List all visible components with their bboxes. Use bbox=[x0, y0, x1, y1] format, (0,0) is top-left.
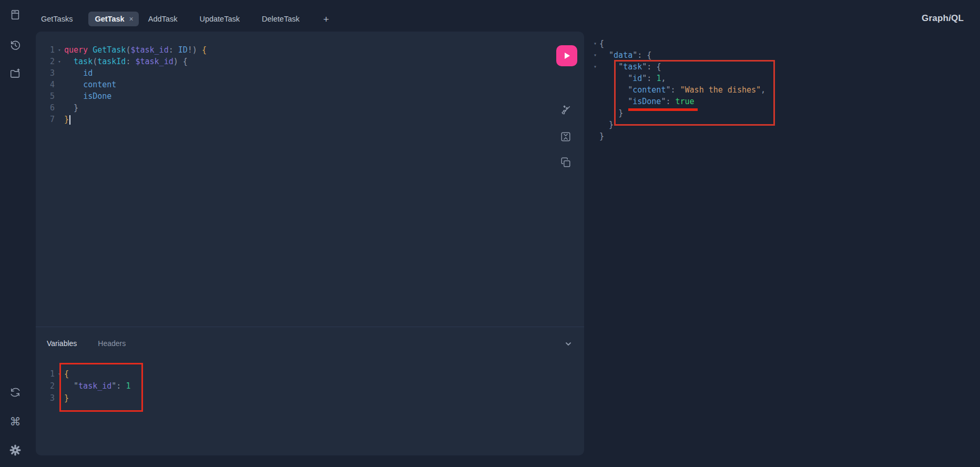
editor-tools-bar: Variables Headers bbox=[36, 327, 584, 353]
fold-arrow-icon[interactable]: ▾ bbox=[55, 56, 64, 67]
tab-deletetask[interactable]: DeleteTask bbox=[262, 15, 300, 23]
fold-spacer bbox=[591, 107, 599, 119]
line-number: 5 bbox=[40, 90, 55, 102]
code-text: query GetTask($task_id: ID!) { bbox=[64, 44, 207, 56]
code-text: "id": 1, bbox=[599, 73, 666, 84]
code-line: 6 } bbox=[40, 102, 207, 114]
fold-arrow-icon[interactable]: ▾ bbox=[55, 44, 64, 56]
code-text: content bbox=[64, 79, 116, 90]
fold-spacer bbox=[591, 84, 599, 96]
code-text: "task_id": 1 bbox=[64, 380, 130, 392]
copy-query-icon[interactable] bbox=[559, 156, 572, 169]
code-line: 3 id bbox=[40, 67, 207, 79]
code-line: 1▾query GetTask($task_id: ID!) { bbox=[40, 44, 207, 56]
sidebar: ⌘ bbox=[0, 0, 30, 467]
code-text: isDone bbox=[64, 90, 111, 102]
command-glyph: ⌘ bbox=[10, 416, 21, 427]
code-text: { bbox=[64, 368, 69, 380]
code-text: "content": "Wash the dishes", bbox=[599, 84, 765, 96]
shortcut-keys-icon[interactable]: ⌘ bbox=[9, 415, 22, 428]
session-tabs: GetTasks GetTask × AddTask UpdateTask De… bbox=[41, 12, 329, 26]
chevron-down-icon[interactable] bbox=[564, 340, 573, 350]
code-text: "task": { bbox=[599, 61, 661, 73]
code-line: 1▾{ bbox=[40, 368, 130, 380]
code-text: } bbox=[599, 107, 623, 119]
line-number: 6 bbox=[40, 102, 55, 114]
tab-gettasks[interactable]: GetTasks bbox=[41, 15, 73, 23]
fold-spacer bbox=[591, 119, 599, 130]
fold-spacer bbox=[55, 79, 64, 90]
code-line: 2 "task_id": 1 bbox=[40, 380, 130, 392]
open-collection-icon[interactable] bbox=[9, 67, 22, 80]
code-text: { bbox=[599, 38, 604, 49]
code-text: "isDone": true bbox=[599, 96, 695, 107]
query-editor[interactable]: 1▾query GetTask($task_id: ID!) {2▾ task(… bbox=[40, 44, 207, 125]
prettify-icon[interactable] bbox=[559, 104, 572, 117]
variables-editor[interactable]: 1▾{2 "task_id": 13} bbox=[40, 368, 130, 404]
response-viewer[interactable]: ▾{▾ "data": {▾ "task": { "id": 1, "conte… bbox=[591, 38, 765, 142]
code-line: 4 content bbox=[40, 79, 207, 90]
code-text: } bbox=[599, 130, 604, 142]
tab-bar: GetTasks GetTask × AddTask UpdateTask De… bbox=[30, 0, 980, 32]
code-line: "content": "Wash the dishes", bbox=[591, 84, 765, 96]
fold-spacer bbox=[55, 380, 64, 392]
code-line: } bbox=[591, 130, 765, 142]
fold-spacer bbox=[55, 392, 64, 404]
refetch-schema-icon[interactable] bbox=[9, 386, 22, 399]
tab-gettask-active[interactable]: GetTask × bbox=[88, 12, 138, 26]
text-cursor bbox=[69, 115, 70, 125]
code-text: } bbox=[64, 392, 69, 404]
graphiql-logo: GraphiQL bbox=[922, 13, 964, 24]
add-tab-button[interactable]: + bbox=[323, 14, 329, 24]
code-line: } bbox=[591, 107, 765, 119]
tab-label: GetTask bbox=[95, 15, 124, 23]
code-text: } bbox=[599, 119, 614, 130]
fold-arrow-icon[interactable]: ▾ bbox=[591, 38, 599, 49]
response-panel: ▾{▾ "data": {▾ "task": { "id": 1, "conte… bbox=[588, 32, 980, 455]
code-text: "data": { bbox=[599, 49, 651, 61]
code-text: id bbox=[64, 67, 93, 79]
line-number: 2 bbox=[40, 56, 55, 67]
code-text: } bbox=[64, 102, 78, 114]
graphiql-app: ⌘ GetTasks GetTask × AddTask bbox=[0, 0, 980, 467]
execute-button[interactable] bbox=[556, 45, 577, 66]
code-text: } bbox=[64, 114, 70, 125]
code-line: 2▾ task(taskId: $task_id) { bbox=[40, 56, 207, 67]
line-number: 1 bbox=[40, 44, 55, 56]
code-line: } bbox=[591, 119, 765, 130]
fold-spacer bbox=[55, 67, 64, 79]
tab-variables[interactable]: Variables bbox=[47, 339, 77, 348]
merge-fragments-icon[interactable] bbox=[559, 130, 572, 143]
tab-headers[interactable]: Headers bbox=[98, 339, 126, 348]
play-icon bbox=[563, 52, 571, 60]
settings-icon[interactable] bbox=[9, 444, 22, 456]
code-line: 7} bbox=[40, 114, 207, 125]
docs-icon[interactable] bbox=[9, 8, 22, 21]
history-icon[interactable] bbox=[9, 39, 22, 52]
code-line: "id": 1, bbox=[591, 73, 765, 84]
code-text: task(taskId: $task_id) { bbox=[64, 56, 188, 67]
fold-spacer bbox=[55, 114, 64, 125]
line-number: 3 bbox=[40, 67, 55, 79]
line-number: 7 bbox=[40, 114, 55, 125]
line-number: 1 bbox=[40, 368, 55, 380]
tab-close-icon[interactable]: × bbox=[129, 15, 134, 23]
fold-spacer bbox=[591, 73, 599, 84]
code-line: 3} bbox=[40, 392, 130, 404]
code-line: ▾ "data": { bbox=[591, 49, 765, 61]
tab-updatetask[interactable]: UpdateTask bbox=[199, 15, 240, 23]
tab-addtask[interactable]: AddTask bbox=[148, 15, 178, 23]
fold-arrow-icon[interactable]: ▾ bbox=[591, 49, 599, 61]
fold-spacer bbox=[591, 130, 599, 142]
fold-arrow-icon[interactable]: ▾ bbox=[55, 368, 64, 380]
editor-panel: 1▾query GetTask($task_id: ID!) {2▾ task(… bbox=[36, 32, 584, 455]
fold-spacer bbox=[591, 96, 599, 107]
line-number: 2 bbox=[40, 380, 55, 392]
fold-spacer bbox=[55, 90, 64, 102]
code-line: ▾{ bbox=[591, 38, 765, 49]
line-number: 4 bbox=[40, 79, 55, 90]
fold-arrow-icon[interactable]: ▾ bbox=[591, 61, 599, 73]
fold-spacer bbox=[55, 102, 64, 114]
code-line: "isDone": true bbox=[591, 96, 765, 107]
code-line: 5 isDone bbox=[40, 90, 207, 102]
